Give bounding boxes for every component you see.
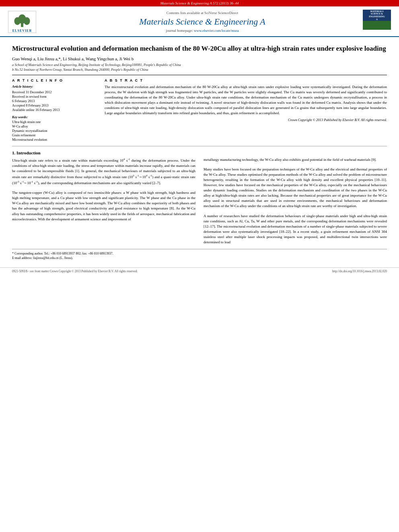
intro-right-text-1: metallurgy manufacturing technology, the… <box>204 157 387 162</box>
journal-logo: MATERIALS SCIENCE & ENGINEERING A <box>363 10 391 34</box>
journal-reference-text: Materials Science & Engineering A 572 (2… <box>160 1 239 5</box>
elsevier-name: ELSEVIER <box>12 29 32 33</box>
footnote-1: * Corresponding author. Tel.: +86 010 68… <box>12 251 387 256</box>
introduction-section: 1. Introduction Ultra-high strain rate r… <box>12 150 387 245</box>
available-date: Available online 16 February 2013 <box>12 108 97 112</box>
keyword-4: Grain refinement <box>12 133 97 137</box>
article-info-col: A R T I C L E I N F O Article history: R… <box>12 78 97 142</box>
affiliation-a: a School of Materials Science and Engine… <box>12 63 387 67</box>
journal-reference-bar: Materials Science & Engineering A 572 (2… <box>0 0 399 6</box>
contents-available-text: Contents lists available at SciVerse Sci… <box>42 11 363 15</box>
abstract-text: The microstructural evolution and deform… <box>105 84 387 116</box>
bottom-bar: 0921-5093/$ - see front matter Crown Cop… <box>0 267 399 275</box>
svg-point-2 <box>14 17 21 25</box>
intro-number: 1. <box>12 150 15 155</box>
footnote-2: E-mail address: liujinxu@bit.edu.cn (L. … <box>12 256 387 260</box>
homepage-line: journal homepage: www.elsevier.com/locat… <box>42 29 363 33</box>
article-info-abstract: A R T I C L E I N F O Article history: R… <box>12 78 387 142</box>
homepage-link[interactable]: www.elsevier.com/locate/msea <box>194 29 239 33</box>
journal-header: ELSEVIER Contents lists available at Sci… <box>0 6 399 37</box>
journal-title-area: Contents lists available at SciVerse Sci… <box>42 11 363 33</box>
copyright-text: Crown Copyright © 2013 Published by Else… <box>105 118 387 122</box>
divider-1 <box>12 75 387 75</box>
affiliation-b: b No.52 Institute of Northern Group, Yan… <box>12 68 387 72</box>
abstract-heading: A B S T R A C T <box>105 78 387 82</box>
elsevier-logo: ELSEVIER <box>8 11 36 33</box>
accepted-date: Accepted 8 February 2013 <box>12 103 97 107</box>
footnotes-area: * Corresponding author. Tel.: +86 010 68… <box>12 249 387 260</box>
authors-line: Guo Wenqi a, Liu Jinxu a,*, Li Shukui a,… <box>12 56 387 61</box>
bottom-copyright: 0921-5093/$ - see front matter Crown Cop… <box>12 269 138 273</box>
paper-title: Microstructural evolution and deformatio… <box>12 44 387 53</box>
abstract-col: A B S T R A C T The microstructural evol… <box>105 78 387 142</box>
bottom-doi: http://dx.doi.org/10.1016/j.msea.2013.02… <box>332 269 387 273</box>
journal-name: Materials Science & Engineering A <box>42 16 363 27</box>
intro-title: Introduction <box>16 150 41 155</box>
article-info-heading: A R T I C L E I N F O <box>12 78 97 82</box>
elsevier-logo-area: ELSEVIER <box>8 11 42 33</box>
keyword-3: Dynamic recrystallisation <box>12 129 97 133</box>
history-label: Article history: <box>12 84 97 88</box>
paper-body: Microstructural evolution and deformatio… <box>0 37 399 264</box>
svg-point-3 <box>24 17 30 25</box>
intro-left: Ultra-high strain rate refers to a strai… <box>12 157 195 245</box>
intro-heading: 1. Introduction <box>12 150 387 155</box>
keywords-label: Key words: <box>12 115 97 119</box>
intro-right: metallurgy manufacturing technology, the… <box>204 157 387 245</box>
intro-right-text-2: Many studies have been focused on the pr… <box>204 167 387 209</box>
received-revised-label: Received in revised form <box>12 94 97 99</box>
logo-bottom <box>363 21 391 30</box>
divider-2 <box>12 146 387 146</box>
intro-left-text-2: The tungsten-copper (W-Cu) alloy is comp… <box>12 190 195 222</box>
logo-top: MATERIALS SCIENCE & ENGINEERING A <box>363 10 391 21</box>
intro-two-col: Ultra-high strain rate refers to a strai… <box>12 157 387 245</box>
keyword-1: Ultra-high strain rate <box>12 120 97 124</box>
keyword-5: Microstructural evolution <box>12 138 97 142</box>
intro-left-text: Ultra-high strain rate refers to a strai… <box>12 157 195 186</box>
affiliations: a School of Materials Science and Engine… <box>12 63 387 72</box>
keyword-2: W-Cu alloy <box>12 124 97 128</box>
received-date: Received 31 December 2012 <box>12 90 97 94</box>
intro-right-text-3: A number of researchers have studied the… <box>204 214 387 245</box>
received-revised-date: 6 February 2013 <box>12 99 97 103</box>
